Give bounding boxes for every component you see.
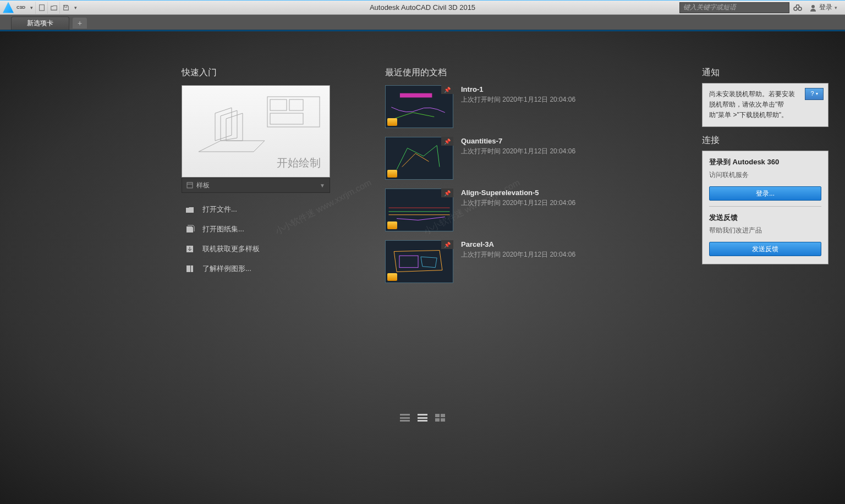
app-icon: [2, 2, 14, 14]
svg-point-4: [811, 5, 815, 8]
pin-icon[interactable]: 📌: [441, 137, 453, 146]
view-small-icon[interactable]: [400, 414, 410, 422]
notify-panel: ?▾ 尚未安装脱机帮助。若要安装脱机帮助，请依次单击"帮助"菜单 >"下载脱机帮…: [702, 83, 828, 127]
tab-strip: 新选项卡 +: [0, 15, 845, 30]
svg-rect-6: [270, 99, 287, 110]
search-placeholder: 键入关键字或短语: [683, 3, 736, 12]
pin-icon[interactable]: 📌: [441, 189, 453, 197]
quick-start-section: 快速入门 开始绘制 样板 ▼ 打开文件...: [182, 67, 341, 493]
title-bar: C3D ▾ ▾ Autodesk AutoCAD Civil 3D 2015 键…: [0, 0, 845, 15]
qat-new-icon[interactable]: [35, 2, 47, 14]
svg-rect-8: [270, 113, 303, 124]
action-label: 打开图纸集...: [202, 224, 244, 234]
folder-open-icon: [185, 204, 195, 214]
tab-new[interactable]: 新选项卡: [11, 16, 69, 30]
app-variant-label: C3D: [17, 5, 25, 10]
a360-heading: 登录到 Autodesk 360: [709, 157, 821, 168]
dwg-badge-icon: [387, 170, 397, 178]
download-icon: [185, 244, 195, 254]
pin-icon[interactable]: 📌: [441, 240, 453, 249]
svg-rect-9: [187, 182, 193, 188]
a360-login-button[interactable]: 登录...: [709, 186, 821, 201]
action-label: 了解样例图形...: [202, 264, 251, 274]
action-label: 联机获取更多样板: [202, 244, 260, 254]
template-icon: [186, 182, 193, 189]
svg-rect-5: [267, 97, 320, 127]
view-large-icon[interactable]: [435, 414, 445, 422]
feedback-sub: 帮助我们改进产品: [709, 225, 821, 236]
recent-date: 上次打开时间 2020年1月12日 20:04:06: [461, 95, 575, 104]
recent-name[interactable]: Align-Superelevation-5: [461, 189, 575, 197]
qat-customize-dropdown[interactable]: ▾: [72, 5, 79, 10]
explore-samples-link[interactable]: 了解样例图形...: [182, 259, 341, 279]
qat-open-icon[interactable]: [47, 2, 59, 14]
recent-date: 上次打开时间 2020年1月12日 20:04:06: [461, 198, 575, 208]
recent-section: 最近使用的文档 📌 Intro-1 上次打开时间 2020年1月12日 20:0…: [385, 67, 622, 493]
recent-item: 📌 Parcel-3A 上次打开时间 2020年1月12日 20:04:06: [385, 240, 622, 283]
svg-point-3: [798, 7, 802, 10]
recent-item: 📌 Align-Superelevation-5 上次打开时间 2020年1月1…: [385, 189, 622, 231]
connect-title: 连接: [702, 135, 828, 146]
side-panels: 通知 ?▾ 尚未安装脱机帮助。若要安装脱机帮助，请依次单击"帮助"菜单 >"下载…: [702, 67, 828, 264]
pin-icon[interactable]: 📌: [441, 85, 453, 94]
feedback-heading: 发送反馈: [709, 212, 821, 224]
recent-thumb[interactable]: 📌: [385, 189, 453, 231]
a360-sub: 访问联机服务: [709, 170, 821, 180]
connect-panel: 登录到 Autodesk 360 访问联机服务 登录... 发送反馈 帮助我们改…: [702, 151, 828, 264]
svg-rect-0: [39, 4, 44, 10]
template-label: 样板: [196, 181, 210, 190]
qat-save-icon[interactable]: [59, 2, 72, 14]
recent-item: 📌 Intro-1 上次打开时间 2020年1月12日 20:04:06: [385, 85, 622, 128]
notify-title: 通知: [702, 67, 828, 79]
svg-rect-13: [191, 265, 193, 272]
feedback-button[interactable]: 发送反馈: [709, 242, 821, 256]
view-medium-icon[interactable]: [418, 414, 427, 422]
login-label: 登录: [819, 3, 832, 12]
svg-point-2: [794, 7, 797, 10]
chevron-down-icon: ▼: [320, 182, 325, 189]
svg-rect-12: [186, 265, 190, 272]
login-button[interactable]: 登录 ▾: [806, 3, 841, 12]
recent-name[interactable]: Intro-1: [461, 85, 575, 93]
search-input[interactable]: 键入关键字或短语: [679, 2, 789, 13]
recent-name[interactable]: Quantities-7: [461, 137, 575, 145]
recent-date: 上次打开时间 2020年1月12日 20:04:06: [461, 147, 575, 156]
recent-date: 上次打开时间 2020年1月12日 20:04:06: [461, 250, 575, 259]
view-switch: [400, 414, 445, 422]
tab-add-button[interactable]: +: [73, 18, 87, 29]
start-drawing-card[interactable]: 开始绘制: [182, 85, 330, 178]
start-drawing-illustration: [188, 91, 325, 168]
open-sheetset-link[interactable]: 打开图纸集...: [182, 219, 341, 239]
dwg-badge-icon: [387, 221, 397, 229]
binoculars-icon[interactable]: [792, 2, 804, 14]
svg-rect-18: [399, 256, 418, 267]
svg-rect-7: [289, 99, 303, 110]
recent-item: 📌 Quantities-7 上次打开时间 2020年1月12日 20:04:0…: [385, 137, 622, 180]
get-templates-link[interactable]: 联机获取更多样板: [182, 239, 341, 259]
quick-start-title: 快速入门: [182, 67, 341, 79]
recent-name[interactable]: Parcel-3A: [461, 240, 575, 248]
tab-label: 新选项卡: [27, 19, 53, 28]
app-menu-dropdown[interactable]: ▾: [28, 5, 35, 10]
recent-thumb[interactable]: 📌: [385, 137, 453, 180]
recent-thumb[interactable]: 📌: [385, 240, 453, 283]
recent-thumb[interactable]: 📌: [385, 85, 453, 128]
template-dropdown[interactable]: 样板 ▼: [182, 178, 330, 193]
help-icon: ?: [810, 89, 814, 99]
recent-title: 最近使用的文档: [385, 67, 622, 79]
open-file-link[interactable]: 打开文件...: [182, 200, 341, 219]
action-label: 打开文件...: [202, 204, 237, 214]
help-button[interactable]: ?▾: [805, 88, 824, 100]
window-title: Autodesk AutoCAD Civil 3D 2015: [370, 3, 475, 12]
samples-icon: [185, 264, 195, 274]
svg-rect-14: [400, 93, 432, 98]
dwg-badge-icon: [387, 118, 397, 126]
sheetset-icon: [185, 224, 195, 234]
start-page: 快速入门 开始绘制 样板 ▼ 打开文件...: [0, 30, 845, 504]
dwg-badge-icon: [387, 273, 397, 281]
user-icon: [809, 4, 817, 12]
